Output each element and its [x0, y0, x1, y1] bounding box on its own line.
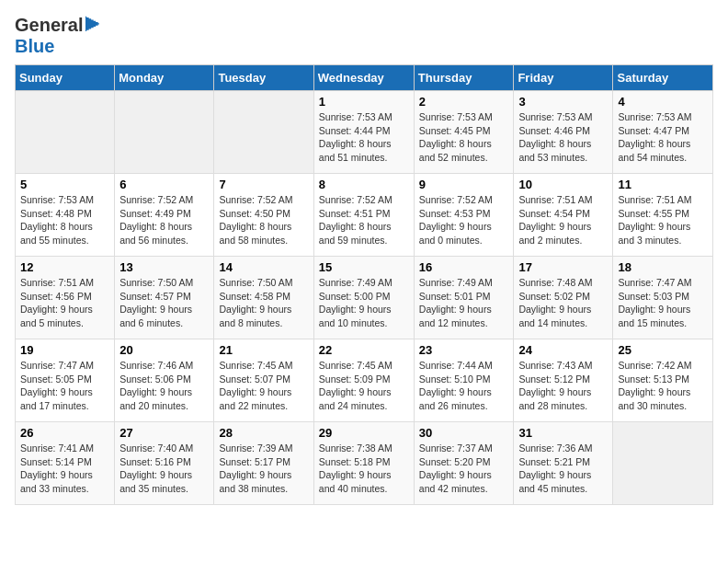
calendar-cell: 13Sunrise: 7:50 AM Sunset: 4:57 PM Dayli…	[115, 257, 214, 339]
day-info: Sunrise: 7:49 AM Sunset: 5:01 PM Dayligh…	[419, 276, 509, 330]
calendar-cell: 3Sunrise: 7:53 AM Sunset: 4:46 PM Daylig…	[514, 91, 613, 174]
day-info: Sunrise: 7:45 AM Sunset: 5:09 PM Dayligh…	[319, 359, 409, 413]
day-number: 28	[219, 426, 308, 440]
day-info: Sunrise: 7:40 AM Sunset: 5:16 PM Dayligh…	[119, 442, 209, 496]
calendar-cell: 24Sunrise: 7:43 AM Sunset: 5:12 PM Dayli…	[514, 339, 613, 422]
calendar-cell: 19Sunrise: 7:47 AM Sunset: 5:05 PM Dayli…	[16, 339, 115, 422]
day-info: Sunrise: 7:45 AM Sunset: 5:07 PM Dayligh…	[219, 359, 308, 413]
day-info: Sunrise: 7:37 AM Sunset: 5:20 PM Dayligh…	[419, 442, 509, 496]
day-number: 30	[419, 426, 509, 440]
day-info: Sunrise: 7:53 AM Sunset: 4:45 PM Dayligh…	[419, 110, 509, 165]
calendar-cell: 6Sunrise: 7:52 AM Sunset: 4:49 PM Daylig…	[115, 174, 214, 257]
day-info: Sunrise: 7:53 AM Sunset: 4:48 PM Dayligh…	[20, 193, 109, 247]
day-info: Sunrise: 7:47 AM Sunset: 5:05 PM Dayligh…	[20, 359, 109, 413]
calendar-week-row: 5Sunrise: 7:53 AM Sunset: 4:48 PM Daylig…	[16, 174, 713, 257]
day-info: Sunrise: 7:43 AM Sunset: 5:12 PM Dayligh…	[518, 359, 608, 413]
calendar-cell: 15Sunrise: 7:49 AM Sunset: 5:00 PM Dayli…	[313, 257, 414, 339]
day-number: 10	[518, 178, 608, 191]
day-number: 23	[419, 343, 509, 357]
day-info: Sunrise: 7:36 AM Sunset: 5:21 PM Dayligh…	[518, 442, 608, 496]
day-number: 25	[618, 343, 708, 357]
day-info: Sunrise: 7:53 AM Sunset: 4:44 PM Dayligh…	[319, 110, 409, 165]
day-number: 2	[419, 95, 509, 109]
day-number: 19	[20, 343, 109, 357]
day-number: 18	[618, 260, 708, 274]
day-number: 31	[518, 426, 608, 440]
day-number: 9	[419, 178, 509, 191]
day-info: Sunrise: 7:46 AM Sunset: 5:06 PM Dayligh…	[119, 359, 209, 413]
day-info: Sunrise: 7:50 AM Sunset: 4:57 PM Dayligh…	[119, 276, 209, 330]
calendar-cell: 26Sunrise: 7:41 AM Sunset: 5:14 PM Dayli…	[16, 422, 115, 505]
calendar-cell: 9Sunrise: 7:52 AM Sunset: 4:53 PM Daylig…	[414, 174, 514, 257]
calendar-week-row: 12Sunrise: 7:51 AM Sunset: 4:56 PM Dayli…	[16, 257, 713, 339]
calendar-header-cell: Monday	[115, 65, 214, 91]
calendar-cell: 22Sunrise: 7:45 AM Sunset: 5:09 PM Dayli…	[313, 339, 414, 422]
day-info: Sunrise: 7:42 AM Sunset: 5:13 PM Dayligh…	[618, 359, 708, 413]
day-info: Sunrise: 7:47 AM Sunset: 5:03 PM Dayligh…	[618, 276, 708, 330]
day-number: 22	[319, 343, 409, 357]
calendar-cell: 5Sunrise: 7:53 AM Sunset: 4:48 PM Daylig…	[16, 174, 115, 257]
calendar-week-row: 19Sunrise: 7:47 AM Sunset: 5:05 PM Dayli…	[16, 339, 713, 422]
day-info: Sunrise: 7:51 AM Sunset: 4:55 PM Dayligh…	[618, 193, 708, 247]
day-number: 15	[319, 260, 409, 274]
day-number: 3	[518, 95, 608, 109]
calendar-cell: 25Sunrise: 7:42 AM Sunset: 5:13 PM Dayli…	[613, 339, 713, 422]
calendar-week-row: 1Sunrise: 7:53 AM Sunset: 4:44 PM Daylig…	[16, 91, 713, 174]
day-number: 4	[618, 95, 708, 109]
calendar-cell: 10Sunrise: 7:51 AM Sunset: 4:54 PM Dayli…	[514, 174, 613, 257]
calendar-header-cell: Tuesday	[214, 65, 313, 91]
day-number: 17	[518, 260, 608, 274]
calendar-header-cell: Sunday	[16, 65, 115, 91]
calendar-cell: 4Sunrise: 7:53 AM Sunset: 4:47 PM Daylig…	[613, 91, 713, 174]
logo-blue-text: Blue	[15, 36, 54, 57]
calendar-cell: 23Sunrise: 7:44 AM Sunset: 5:10 PM Dayli…	[414, 339, 514, 422]
day-number: 12	[20, 260, 109, 274]
day-info: Sunrise: 7:41 AM Sunset: 5:14 PM Dayligh…	[20, 442, 109, 496]
day-number: 8	[319, 178, 409, 191]
calendar-header-cell: Wednesday	[313, 65, 414, 91]
day-number: 13	[119, 260, 209, 274]
calendar-cell	[214, 91, 313, 174]
calendar-cell: 14Sunrise: 7:50 AM Sunset: 4:58 PM Dayli…	[214, 257, 313, 339]
day-info: Sunrise: 7:53 AM Sunset: 4:46 PM Dayligh…	[518, 110, 608, 165]
day-number: 5	[20, 178, 109, 191]
calendar-cell: 12Sunrise: 7:51 AM Sunset: 4:56 PM Dayli…	[16, 257, 115, 339]
calendar-cell: 2Sunrise: 7:53 AM Sunset: 4:45 PM Daylig…	[414, 91, 514, 174]
logo-general-text: General	[15, 15, 83, 36]
calendar-header-cell: Saturday	[613, 65, 713, 91]
day-number: 27	[119, 426, 209, 440]
day-number: 1	[319, 95, 409, 109]
calendar-header-cell: Thursday	[414, 65, 514, 91]
day-info: Sunrise: 7:52 AM Sunset: 4:50 PM Dayligh…	[219, 193, 308, 247]
logo: General ⯈ Blue	[15, 15, 103, 57]
day-info: Sunrise: 7:49 AM Sunset: 5:00 PM Dayligh…	[319, 276, 409, 330]
day-number: 24	[518, 343, 608, 357]
logo-bird-icon: ⯈	[85, 15, 103, 36]
day-number: 20	[119, 343, 209, 357]
calendar-week-row: 26Sunrise: 7:41 AM Sunset: 5:14 PM Dayli…	[16, 422, 713, 505]
day-number: 6	[119, 178, 209, 191]
day-info: Sunrise: 7:39 AM Sunset: 5:17 PM Dayligh…	[219, 442, 308, 496]
calendar-cell: 11Sunrise: 7:51 AM Sunset: 4:55 PM Dayli…	[613, 174, 713, 257]
day-number: 7	[219, 178, 308, 191]
day-info: Sunrise: 7:51 AM Sunset: 4:56 PM Dayligh…	[20, 276, 109, 330]
calendar-cell: 1Sunrise: 7:53 AM Sunset: 4:44 PM Daylig…	[313, 91, 414, 174]
calendar-cell: 28Sunrise: 7:39 AM Sunset: 5:17 PM Dayli…	[214, 422, 313, 505]
day-number: 11	[618, 178, 708, 191]
calendar-cell	[16, 91, 115, 174]
calendar-cell: 18Sunrise: 7:47 AM Sunset: 5:03 PM Dayli…	[613, 257, 713, 339]
calendar-header-row: SundayMondayTuesdayWednesdayThursdayFrid…	[16, 65, 713, 91]
calendar-cell: 21Sunrise: 7:45 AM Sunset: 5:07 PM Dayli…	[214, 339, 313, 422]
day-number: 29	[319, 426, 409, 440]
calendar-cell: 27Sunrise: 7:40 AM Sunset: 5:16 PM Dayli…	[115, 422, 214, 505]
day-info: Sunrise: 7:38 AM Sunset: 5:18 PM Dayligh…	[319, 442, 409, 496]
day-info: Sunrise: 7:48 AM Sunset: 5:02 PM Dayligh…	[518, 276, 608, 330]
calendar-table: SundayMondayTuesdayWednesdayThursdayFrid…	[15, 64, 713, 505]
calendar-cell: 29Sunrise: 7:38 AM Sunset: 5:18 PM Dayli…	[313, 422, 414, 505]
day-number: 26	[20, 426, 109, 440]
day-number: 16	[419, 260, 509, 274]
calendar-cell: 17Sunrise: 7:48 AM Sunset: 5:02 PM Dayli…	[514, 257, 613, 339]
calendar-cell: 31Sunrise: 7:36 AM Sunset: 5:21 PM Dayli…	[514, 422, 613, 505]
calendar-cell: 30Sunrise: 7:37 AM Sunset: 5:20 PM Dayli…	[414, 422, 514, 505]
day-number: 14	[219, 260, 308, 274]
